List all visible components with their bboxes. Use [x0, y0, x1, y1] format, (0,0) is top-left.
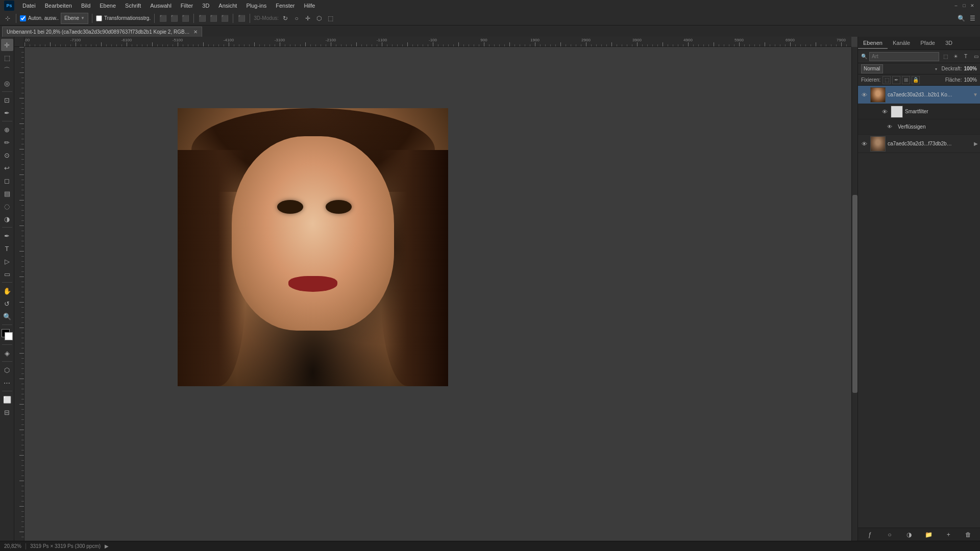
menu-plugins[interactable]: Plug-ins: [242, 2, 271, 10]
gradient-tool[interactable]: ▤: [1, 187, 13, 199]
layer-expand-1[interactable]: ▶: [974, 141, 978, 146]
layer-item-1[interactable]: 👁 ca7aedc30a2d3...f73db2b1 Kopie ▶: [858, 135, 980, 153]
vertical-scrollbar[interactable]: [851, 47, 857, 541]
canvas-document[interactable]: [178, 108, 448, 386]
align-vert-center-icon[interactable]: ⬛: [169, 14, 179, 23]
add-mask-icon[interactable]: ○: [885, 530, 895, 540]
background-color[interactable]: [5, 332, 13, 340]
menu-auswahl[interactable]: Auswahl: [146, 2, 176, 10]
path-select-tool[interactable]: ▷: [1, 255, 13, 267]
align-bottom-icon[interactable]: ⬛: [181, 14, 190, 23]
3d-slide-icon[interactable]: ⬡: [314, 14, 324, 23]
tab-layers[interactable]: Ebenen: [858, 38, 888, 49]
sub-visibility-smartfilter[interactable]: 👁: [880, 108, 889, 116]
distribute-icon[interactable]: ⬛: [237, 14, 246, 23]
eyedropper-tool[interactable]: ✒: [1, 107, 13, 119]
layer-visibility-1[interactable]: 👁: [860, 140, 868, 148]
menu-ansicht[interactable]: Ansicht: [214, 2, 241, 10]
brush-tool[interactable]: ✏: [1, 136, 13, 148]
sub-visibility-verfluessigen[interactable]: 👁: [886, 123, 894, 131]
text-tool[interactable]: T: [1, 242, 13, 255]
stamp-tool[interactable]: ⊙: [1, 149, 13, 161]
layer-expand-0[interactable]: ▼: [973, 92, 978, 97]
canvas-area[interactable]: -8100-7100-6100-5100-4100-3100-2100-1100…: [14, 37, 857, 541]
shape-tool[interactable]: ▭: [1, 268, 13, 280]
align-left-icon[interactable]: ⬛: [198, 14, 207, 23]
color-picker[interactable]: [2, 329, 13, 340]
align-horiz-center-icon[interactable]: ⬛: [209, 14, 218, 23]
align-top-icon[interactable]: ⬛: [158, 14, 167, 23]
close-button[interactable]: ✕: [969, 2, 976, 9]
blur-tool[interactable]: ◌: [1, 200, 13, 212]
layer-type-btn[interactable]: Ebene ▼: [61, 13, 88, 24]
pen-tool[interactable]: ✒: [1, 230, 13, 242]
status-arrow[interactable]: ▶: [105, 543, 109, 549]
sub-layer-smartfilter[interactable]: 👁 Smartfilter: [858, 104, 980, 119]
transform-checkbox[interactable]: [96, 15, 102, 21]
3d-rotate-icon[interactable]: ↻: [281, 14, 290, 23]
menu-filter[interactable]: Filter: [177, 2, 197, 10]
pixel-filter-icon[interactable]: ⬚: [941, 53, 949, 61]
add-group-icon[interactable]: 📁: [924, 530, 934, 540]
frame-tool[interactable]: ⊟: [1, 406, 13, 418]
align-right-icon[interactable]: ⬛: [220, 14, 229, 23]
menu-datei[interactable]: Datei: [18, 2, 40, 10]
document-tab[interactable]: Unbenannt-1 bei 20,8% (ca7aedc30a2d3c90d…: [2, 27, 202, 37]
move-tool[interactable]: ✛: [1, 39, 13, 51]
workspaces-icon[interactable]: ☰: [968, 14, 977, 23]
menu-hilfe[interactable]: Hilfe: [300, 2, 319, 10]
menu-bild[interactable]: Bild: [77, 2, 94, 10]
tab-channels[interactable]: Kanäle: [888, 38, 915, 49]
add-style-icon[interactable]: ƒ: [865, 530, 875, 540]
eraser-tool[interactable]: ◻: [1, 174, 13, 187]
menu-schrift[interactable]: Schrift: [121, 2, 145, 10]
adjustment-filter-icon[interactable]: ☀: [951, 53, 960, 61]
minimize-button[interactable]: –: [952, 2, 960, 9]
delete-layer-icon[interactable]: 🗑: [963, 530, 973, 540]
layer-item-0[interactable]: 👁 ca7aedc30a2d3...b2b1 Kopie 2 ▼: [858, 86, 980, 104]
adjustment-layer-icon[interactable]: ◑: [904, 530, 914, 540]
blend-mode-select[interactable]: Normal: [861, 64, 883, 73]
crop-tool[interactable]: ⊡: [1, 94, 13, 106]
menu-ebene[interactable]: Ebene: [95, 2, 120, 10]
zoom-tool[interactable]: 🔍: [1, 310, 13, 322]
tab-close-button[interactable]: ✕: [193, 29, 198, 35]
lock-position-icon[interactable]: ✒: [892, 76, 900, 84]
shape-filter-icon[interactable]: ▭: [972, 53, 980, 61]
move-tool-icon[interactable]: ⊹: [3, 14, 12, 23]
lock-all-icon[interactable]: 🔒: [912, 76, 920, 84]
sub-layer-verfluessigen[interactable]: 👁 Verflüssigen: [858, 119, 980, 135]
tab-3d[interactable]: 3D: [940, 38, 958, 49]
maximize-button[interactable]: □: [961, 2, 968, 9]
opacity-label: Deckraft:: [941, 66, 962, 71]
lock-pixels-icon[interactable]: ⬚: [883, 76, 891, 84]
menu-bearbeiten[interactable]: Bearbeiten: [41, 2, 76, 10]
spot-healing-tool[interactable]: ⊕: [1, 123, 13, 136]
search-icon[interactable]: 🔍: [957, 14, 966, 23]
3d-pan-icon[interactable]: ✛: [303, 14, 312, 23]
lasso-tool[interactable]: ⌒: [1, 64, 13, 77]
history-brush-tool[interactable]: ↩: [1, 162, 13, 174]
menu-3d[interactable]: 3D: [198, 2, 213, 10]
extras-btn[interactable]: ⋯: [1, 377, 13, 389]
filter-type-icon[interactable]: 🔍: [861, 53, 867, 61]
dodge-tool[interactable]: ◑: [1, 213, 13, 225]
layers-search-input[interactable]: [869, 52, 939, 61]
lock-artboard-icon[interactable]: ⊞: [902, 76, 910, 84]
marquee-tool[interactable]: ⬚: [1, 52, 13, 64]
rotate-view-tool[interactable]: ↺: [1, 297, 13, 310]
tab-paths[interactable]: Pfade: [915, 38, 940, 49]
artboard-tool[interactable]: ⬜: [1, 393, 13, 406]
scroll-thumb[interactable]: [852, 195, 857, 392]
menu-fenster[interactable]: Fenster: [272, 2, 299, 10]
layer-visibility-0[interactable]: 👁: [860, 91, 868, 99]
quick-select-tool[interactable]: ◎: [1, 77, 13, 89]
3d-scale-icon[interactable]: ⬚: [326, 14, 335, 23]
3d-roll-icon[interactable]: ○: [292, 14, 301, 23]
text-filter-icon[interactable]: T: [962, 53, 970, 61]
add-layer-icon[interactable]: +: [943, 530, 953, 540]
quick-mask-tool[interactable]: ◈: [1, 347, 13, 359]
screen-mode-btn[interactable]: ⬡: [1, 364, 13, 376]
auto-select-checkbox[interactable]: [20, 15, 26, 21]
hand-tool[interactable]: ✋: [1, 285, 13, 297]
